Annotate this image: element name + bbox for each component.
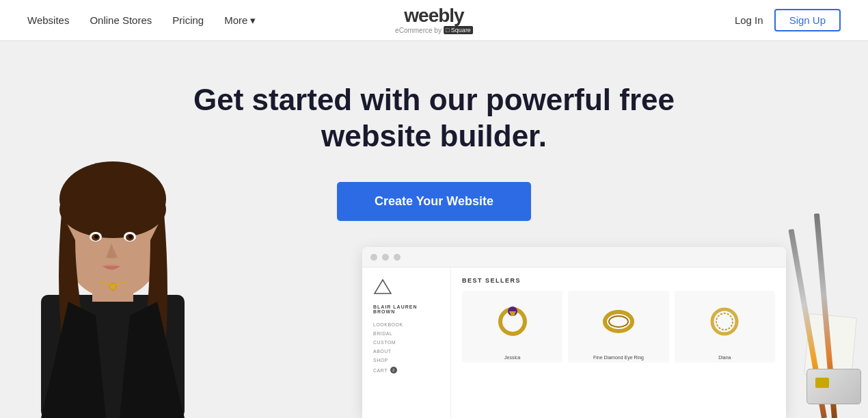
more-chevron-icon: ▾: [250, 14, 256, 27]
credit-card-deco: [806, 369, 861, 404]
mockup-body: Blair Lauren Brown LOOKBOOK BRIDAL CUSTO…: [362, 267, 786, 418]
dot-1: [370, 254, 377, 261]
hero-portrait: [0, 103, 226, 418]
logo-wordmark: weebly: [404, 6, 463, 25]
svg-marker-12: [375, 280, 391, 293]
mockup-main: BEST SELLERS Jessica: [451, 267, 786, 418]
logo: weebly eCommerce by □ Square: [395, 6, 473, 34]
svg-point-18: [716, 313, 733, 330]
svg-point-9: [94, 235, 98, 239]
mockup-titlebar: [362, 247, 786, 267]
products-grid: Jessica Fine Diamond Eye Ring: [462, 291, 775, 363]
mockup-nav-cart: CART 2: [373, 367, 439, 374]
main-nav: Websites Online Stores Pricing More ▾: [27, 14, 256, 27]
product-card-3: Diana: [675, 291, 775, 363]
best-sellers-title: BEST SELLERS: [462, 277, 775, 284]
header-actions: Log In Sign Up: [735, 9, 841, 31]
mockup-nav-about: ABOUT: [373, 349, 439, 354]
product-name-2: Fine Diamond Eye Ring: [568, 352, 668, 363]
deco-right: [786, 179, 868, 418]
product-image-3: [675, 291, 775, 352]
nav-online-stores[interactable]: Online Stores: [90, 14, 152, 26]
mockup-brand-name: Blair Lauren Brown: [373, 304, 439, 314]
svg-point-10: [128, 235, 133, 239]
mockup-nav-custom: CUSTOM: [373, 340, 439, 345]
nav-more[interactable]: More ▾: [224, 14, 256, 27]
create-website-button[interactable]: Create Your Website: [337, 182, 531, 221]
card-chip: [815, 378, 829, 388]
dot-2: [382, 254, 389, 261]
mockup-sidebar: Blair Lauren Brown LOOKBOOK BRIDAL CUSTO…: [362, 267, 451, 418]
mockup-nav-lookbook: LOOKBOOK: [373, 322, 439, 327]
svg-point-4: [59, 181, 166, 238]
cart-badge: 2: [390, 367, 397, 374]
hero-headline: Get started with our powerful free websi…: [193, 82, 675, 155]
mockup-brand-logo: [373, 278, 439, 298]
signup-button[interactable]: Sign Up: [774, 9, 841, 31]
logo-tagline: eCommerce by □ Square: [395, 26, 473, 34]
nav-pricing[interactable]: Pricing: [172, 14, 204, 26]
hero-section: Get started with our powerful free websi…: [0, 41, 868, 418]
site-mockup: Blair Lauren Brown LOOKBOOK BRIDAL CUSTO…: [362, 247, 786, 418]
login-button[interactable]: Log In: [735, 14, 763, 26]
product-card-2: Fine Diamond Eye Ring: [568, 291, 668, 363]
square-badge: □ Square: [444, 26, 473, 34]
mockup-nav-bridal: BRIDAL: [373, 331, 439, 336]
dot-3: [394, 254, 401, 261]
product-image-2: [568, 291, 668, 352]
product-image-1: [462, 291, 562, 352]
product-name-1: Jessica: [462, 352, 562, 363]
header: Websites Online Stores Pricing More ▾ we…: [0, 0, 868, 41]
nav-websites[interactable]: Websites: [27, 14, 69, 26]
mockup-nav-shop: SHOP: [373, 358, 439, 363]
svg-point-16: [609, 316, 628, 327]
product-card-1: Jessica: [462, 291, 562, 363]
product-name-3: Diana: [675, 352, 775, 363]
